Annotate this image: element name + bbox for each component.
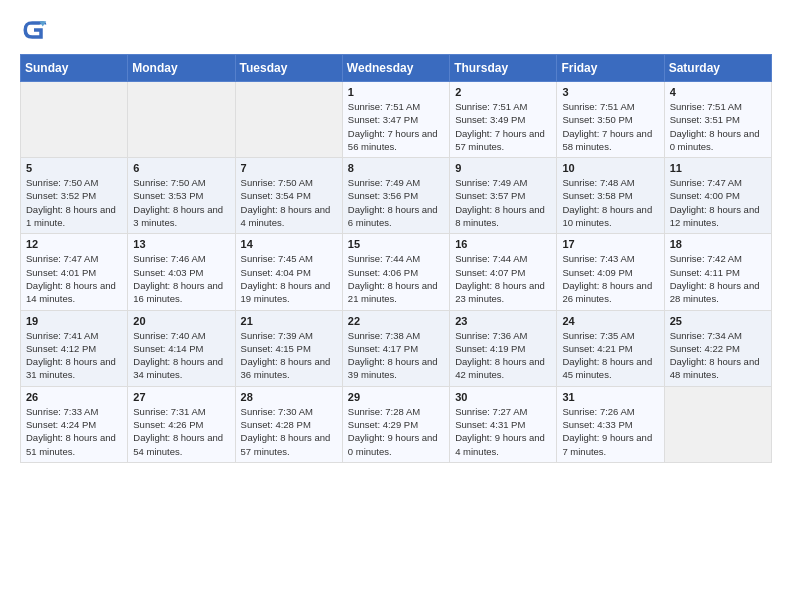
day-number: 27 <box>133 391 229 403</box>
calendar-cell: 17Sunrise: 7:43 AM Sunset: 4:09 PM Dayli… <box>557 234 664 310</box>
day-number: 15 <box>348 238 444 250</box>
calendar-cell: 12Sunrise: 7:47 AM Sunset: 4:01 PM Dayli… <box>21 234 128 310</box>
day-number: 21 <box>241 315 337 327</box>
calendar-cell: 9Sunrise: 7:49 AM Sunset: 3:57 PM Daylig… <box>450 158 557 234</box>
calendar-cell: 20Sunrise: 7:40 AM Sunset: 4:14 PM Dayli… <box>128 310 235 386</box>
weekday-header-tuesday: Tuesday <box>235 55 342 82</box>
day-info: Sunrise: 7:44 AM Sunset: 4:06 PM Dayligh… <box>348 252 444 305</box>
calendar-cell: 7Sunrise: 7:50 AM Sunset: 3:54 PM Daylig… <box>235 158 342 234</box>
calendar-cell: 29Sunrise: 7:28 AM Sunset: 4:29 PM Dayli… <box>342 386 449 462</box>
day-number: 12 <box>26 238 122 250</box>
calendar-cell: 15Sunrise: 7:44 AM Sunset: 4:06 PM Dayli… <box>342 234 449 310</box>
day-number: 4 <box>670 86 766 98</box>
calendar-cell: 6Sunrise: 7:50 AM Sunset: 3:53 PM Daylig… <box>128 158 235 234</box>
day-number: 10 <box>562 162 658 174</box>
calendar-cell: 30Sunrise: 7:27 AM Sunset: 4:31 PM Dayli… <box>450 386 557 462</box>
day-info: Sunrise: 7:47 AM Sunset: 4:01 PM Dayligh… <box>26 252 122 305</box>
calendar-cell: 24Sunrise: 7:35 AM Sunset: 4:21 PM Dayli… <box>557 310 664 386</box>
calendar-cell: 21Sunrise: 7:39 AM Sunset: 4:15 PM Dayli… <box>235 310 342 386</box>
day-number: 26 <box>26 391 122 403</box>
calendar-cell: 18Sunrise: 7:42 AM Sunset: 4:11 PM Dayli… <box>664 234 771 310</box>
calendar-cell: 3Sunrise: 7:51 AM Sunset: 3:50 PM Daylig… <box>557 82 664 158</box>
calendar-cell <box>235 82 342 158</box>
day-info: Sunrise: 7:50 AM Sunset: 3:53 PM Dayligh… <box>133 176 229 229</box>
calendar-cell: 5Sunrise: 7:50 AM Sunset: 3:52 PM Daylig… <box>21 158 128 234</box>
day-info: Sunrise: 7:30 AM Sunset: 4:28 PM Dayligh… <box>241 405 337 458</box>
day-info: Sunrise: 7:44 AM Sunset: 4:07 PM Dayligh… <box>455 252 551 305</box>
day-number: 17 <box>562 238 658 250</box>
calendar-cell <box>664 386 771 462</box>
day-number: 14 <box>241 238 337 250</box>
day-number: 16 <box>455 238 551 250</box>
day-info: Sunrise: 7:51 AM Sunset: 3:51 PM Dayligh… <box>670 100 766 153</box>
day-info: Sunrise: 7:49 AM Sunset: 3:56 PM Dayligh… <box>348 176 444 229</box>
calendar-cell: 8Sunrise: 7:49 AM Sunset: 3:56 PM Daylig… <box>342 158 449 234</box>
logo-icon <box>20 16 48 44</box>
day-number: 8 <box>348 162 444 174</box>
calendar-cell: 1Sunrise: 7:51 AM Sunset: 3:47 PM Daylig… <box>342 82 449 158</box>
day-info: Sunrise: 7:45 AM Sunset: 4:04 PM Dayligh… <box>241 252 337 305</box>
calendar-cell: 31Sunrise: 7:26 AM Sunset: 4:33 PM Dayli… <box>557 386 664 462</box>
day-info: Sunrise: 7:47 AM Sunset: 4:00 PM Dayligh… <box>670 176 766 229</box>
day-info: Sunrise: 7:51 AM Sunset: 3:47 PM Dayligh… <box>348 100 444 153</box>
calendar-week-5: 26Sunrise: 7:33 AM Sunset: 4:24 PM Dayli… <box>21 386 772 462</box>
day-number: 23 <box>455 315 551 327</box>
day-number: 3 <box>562 86 658 98</box>
calendar-week-1: 1Sunrise: 7:51 AM Sunset: 3:47 PM Daylig… <box>21 82 772 158</box>
day-info: Sunrise: 7:49 AM Sunset: 3:57 PM Dayligh… <box>455 176 551 229</box>
day-number: 24 <box>562 315 658 327</box>
calendar-cell: 14Sunrise: 7:45 AM Sunset: 4:04 PM Dayli… <box>235 234 342 310</box>
day-info: Sunrise: 7:31 AM Sunset: 4:26 PM Dayligh… <box>133 405 229 458</box>
day-info: Sunrise: 7:38 AM Sunset: 4:17 PM Dayligh… <box>348 329 444 382</box>
day-info: Sunrise: 7:40 AM Sunset: 4:14 PM Dayligh… <box>133 329 229 382</box>
page-header <box>20 16 772 44</box>
weekday-header-thursday: Thursday <box>450 55 557 82</box>
day-info: Sunrise: 7:39 AM Sunset: 4:15 PM Dayligh… <box>241 329 337 382</box>
calendar-table: SundayMondayTuesdayWednesdayThursdayFrid… <box>20 54 772 463</box>
day-number: 5 <box>26 162 122 174</box>
calendar-cell <box>21 82 128 158</box>
day-number: 22 <box>348 315 444 327</box>
day-number: 1 <box>348 86 444 98</box>
day-number: 18 <box>670 238 766 250</box>
day-info: Sunrise: 7:42 AM Sunset: 4:11 PM Dayligh… <box>670 252 766 305</box>
calendar-week-2: 5Sunrise: 7:50 AM Sunset: 3:52 PM Daylig… <box>21 158 772 234</box>
day-info: Sunrise: 7:46 AM Sunset: 4:03 PM Dayligh… <box>133 252 229 305</box>
day-number: 30 <box>455 391 551 403</box>
day-number: 20 <box>133 315 229 327</box>
day-info: Sunrise: 7:27 AM Sunset: 4:31 PM Dayligh… <box>455 405 551 458</box>
calendar-cell: 19Sunrise: 7:41 AM Sunset: 4:12 PM Dayli… <box>21 310 128 386</box>
calendar-cell: 16Sunrise: 7:44 AM Sunset: 4:07 PM Dayli… <box>450 234 557 310</box>
weekday-header-wednesday: Wednesday <box>342 55 449 82</box>
calendar-cell: 23Sunrise: 7:36 AM Sunset: 4:19 PM Dayli… <box>450 310 557 386</box>
day-info: Sunrise: 7:51 AM Sunset: 3:50 PM Dayligh… <box>562 100 658 153</box>
weekday-header-saturday: Saturday <box>664 55 771 82</box>
day-number: 25 <box>670 315 766 327</box>
day-number: 6 <box>133 162 229 174</box>
calendar-cell: 13Sunrise: 7:46 AM Sunset: 4:03 PM Dayli… <box>128 234 235 310</box>
day-info: Sunrise: 7:28 AM Sunset: 4:29 PM Dayligh… <box>348 405 444 458</box>
calendar-week-4: 19Sunrise: 7:41 AM Sunset: 4:12 PM Dayli… <box>21 310 772 386</box>
day-number: 9 <box>455 162 551 174</box>
logo <box>20 16 52 44</box>
calendar-cell: 22Sunrise: 7:38 AM Sunset: 4:17 PM Dayli… <box>342 310 449 386</box>
weekday-header-sunday: Sunday <box>21 55 128 82</box>
day-info: Sunrise: 7:34 AM Sunset: 4:22 PM Dayligh… <box>670 329 766 382</box>
day-number: 28 <box>241 391 337 403</box>
weekday-header-row: SundayMondayTuesdayWednesdayThursdayFrid… <box>21 55 772 82</box>
day-info: Sunrise: 7:48 AM Sunset: 3:58 PM Dayligh… <box>562 176 658 229</box>
day-info: Sunrise: 7:43 AM Sunset: 4:09 PM Dayligh… <box>562 252 658 305</box>
day-info: Sunrise: 7:33 AM Sunset: 4:24 PM Dayligh… <box>26 405 122 458</box>
calendar-cell: 4Sunrise: 7:51 AM Sunset: 3:51 PM Daylig… <box>664 82 771 158</box>
weekday-header-monday: Monday <box>128 55 235 82</box>
day-info: Sunrise: 7:51 AM Sunset: 3:49 PM Dayligh… <box>455 100 551 153</box>
day-number: 7 <box>241 162 337 174</box>
calendar-cell: 2Sunrise: 7:51 AM Sunset: 3:49 PM Daylig… <box>450 82 557 158</box>
day-number: 2 <box>455 86 551 98</box>
weekday-header-friday: Friday <box>557 55 664 82</box>
calendar-cell: 28Sunrise: 7:30 AM Sunset: 4:28 PM Dayli… <box>235 386 342 462</box>
day-info: Sunrise: 7:41 AM Sunset: 4:12 PM Dayligh… <box>26 329 122 382</box>
day-info: Sunrise: 7:36 AM Sunset: 4:19 PM Dayligh… <box>455 329 551 382</box>
day-info: Sunrise: 7:50 AM Sunset: 3:52 PM Dayligh… <box>26 176 122 229</box>
day-number: 19 <box>26 315 122 327</box>
